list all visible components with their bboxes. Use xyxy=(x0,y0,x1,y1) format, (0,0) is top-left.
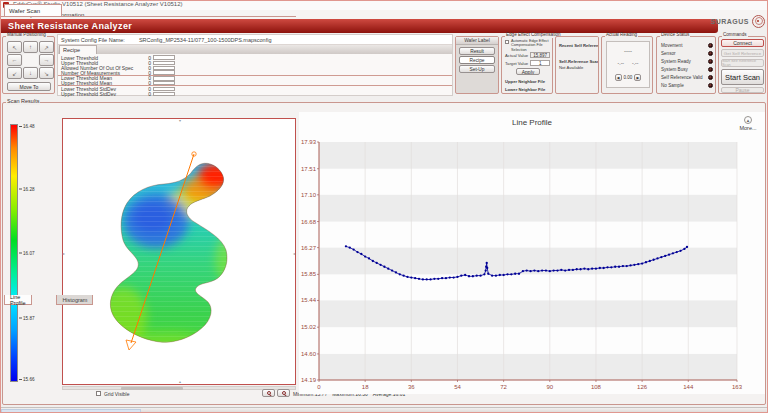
svg-text:15.44: 15.44 xyxy=(301,297,317,303)
jog-arrow-button[interactable]: ↓ xyxy=(23,67,38,79)
recipe-field-input[interactable] xyxy=(153,87,175,91)
target-value-field[interactable] xyxy=(530,60,550,66)
svg-text:144: 144 xyxy=(683,384,694,390)
wafer-label-button-recipe[interactable]: Recipe xyxy=(459,56,495,64)
menu-bar: FileOptionInformation xyxy=(0,10,768,19)
start-self-reference-scan-button: Start Self Reference Scan xyxy=(721,59,764,67)
reading-sub-values: -.-- -.-- xyxy=(607,60,649,66)
spinner-left-icon[interactable]: ◀ xyxy=(615,74,622,81)
reading-value: ---- xyxy=(607,48,649,54)
jog-arrow-button[interactable]: ↙ xyxy=(7,67,22,79)
recipe-field-input[interactable] xyxy=(153,92,175,96)
actual-value-row: Actual Value xyxy=(505,52,550,58)
zoom-out-button[interactable] xyxy=(277,389,290,397)
colorbar-tick-label: 15.87 xyxy=(19,315,35,320)
device-status-row: Sensor xyxy=(661,49,713,57)
start-scan-button[interactable]: Start Scan xyxy=(721,69,764,85)
commands-group: Commands ConnectGet Self ReferenceStart … xyxy=(718,36,766,94)
group-title: Reference Information xyxy=(559,36,599,38)
svg-text:18: 18 xyxy=(362,384,369,390)
apply-button[interactable]: Apply xyxy=(516,68,540,75)
jog-center xyxy=(23,54,38,66)
auto-edge-compensation-checkbox[interactable] xyxy=(505,40,509,44)
config-file-value: SRConfig_MP2534-11/077_100-1500DPS.mapsc… xyxy=(125,37,272,43)
recipe-field-input[interactable] xyxy=(153,70,175,74)
grid-visible-checkbox[interactable] xyxy=(96,391,101,396)
line-profile-panel: Line Profile ▴ More... 17.9317.5117.1016… xyxy=(299,112,765,394)
panel-top-mark: ▾ xyxy=(179,119,181,123)
lower-neighbor-file-label: Lower Neighbor File xyxy=(505,87,545,92)
recipe-field-input[interactable] xyxy=(153,61,175,65)
reading-sub-right: -.-- xyxy=(632,60,638,66)
spinner-right-icon[interactable]: ▶ xyxy=(634,74,641,81)
tab-recipe[interactable]: Recipe xyxy=(59,45,97,54)
wafer-label-group: Wafer Label ResultRecipeSet-Up xyxy=(455,36,499,94)
wafer-label-button-set-up[interactable]: Set-Up xyxy=(459,65,495,73)
colorbar-tick-label: 16.48 xyxy=(19,124,35,129)
brand-logo: SURAGUS xyxy=(710,12,765,30)
recipe-field-value: 0 xyxy=(141,91,151,97)
jog-arrow-button[interactable]: ↘ xyxy=(39,67,54,79)
device-status-row: System Ready xyxy=(661,57,713,65)
panel-right-mark: ◂ xyxy=(293,252,295,256)
self-reference-scan-file-label: Self-Reference Scan File xyxy=(559,59,599,64)
zoom-in-button[interactable] xyxy=(262,389,275,397)
move-to-button[interactable]: Move To xyxy=(7,82,51,91)
jog-arrow-button[interactable]: ← xyxy=(7,54,22,66)
panel-left-mark: ▸ xyxy=(63,252,65,256)
title-bar: EddyCus® Studio V10512 (Sheet Resistance… xyxy=(0,0,768,10)
status-led-icon xyxy=(708,67,713,72)
svg-text:0: 0 xyxy=(317,384,321,390)
tab-line-profile[interactable]: Line Profile xyxy=(4,295,32,305)
grid-visible-label: Grid Visible xyxy=(104,391,129,397)
recipe-tab-bar: Recipe xyxy=(58,45,452,54)
recipe-field-input[interactable] xyxy=(153,55,175,59)
tab-histogram[interactable]: Histogram xyxy=(56,295,93,305)
colorbar-tick-label: 15.66 xyxy=(19,377,35,382)
group-title: Commands xyxy=(722,33,748,38)
status-bar xyxy=(0,407,768,413)
device-status-label: Self Reference Valid xyxy=(661,75,703,80)
colorbar-tick-label: 16.28 xyxy=(19,186,35,191)
svg-text:14.19: 14.19 xyxy=(301,377,317,383)
app-banner: Sheet Resistance Analyzer xyxy=(0,19,718,33)
svg-text:15.85: 15.85 xyxy=(301,271,317,277)
manual-positioning-group: Manual Positioning ↖↑↗←→↙↓↘ Move To xyxy=(2,36,55,94)
tab-wafer-scan[interactable]: Wafer Scan xyxy=(4,4,62,16)
jog-arrow-button[interactable]: ↗ xyxy=(39,41,54,53)
recipe-field-label: Upper Threshold StdDev xyxy=(61,91,141,97)
jog-arrow-button[interactable]: ↖ xyxy=(7,41,22,53)
collapse-icon: ▴ xyxy=(744,116,752,124)
svg-text:72: 72 xyxy=(500,384,507,390)
config-file-label: System Config File Name: xyxy=(58,37,125,43)
device-status-label: Movement xyxy=(661,43,682,48)
device-status-row: Movement xyxy=(661,41,713,49)
banner-title: Sheet Resistance Analyzer xyxy=(0,21,132,31)
svg-text:126: 126 xyxy=(637,384,648,390)
jog-arrow-button[interactable]: → xyxy=(39,54,54,66)
brand-name: SURAGUS xyxy=(710,18,749,25)
magnifier-icon xyxy=(267,391,271,395)
group-title: Actual Reading xyxy=(605,33,638,38)
connect-button[interactable]: Connect xyxy=(721,39,764,47)
tab-strip-divider xyxy=(0,16,296,17)
status-led-icon xyxy=(708,43,713,48)
scrollbar-thumb[interactable] xyxy=(121,387,183,390)
svg-text:16.68: 16.68 xyxy=(301,219,317,225)
svg-text:90: 90 xyxy=(546,384,553,390)
colorbar xyxy=(10,124,18,382)
recipe-field-input[interactable] xyxy=(153,81,175,85)
more-button[interactable]: ▴ More... xyxy=(735,116,761,131)
chart-title: Line Profile xyxy=(299,118,765,127)
spinner-value: 0.00 xyxy=(624,75,633,80)
jog-arrow-button[interactable]: ↑ xyxy=(23,41,38,53)
self-reference-scan-file-status: Not Available xyxy=(559,65,583,70)
wafer-label-button-result[interactable]: Result xyxy=(459,47,495,55)
wafer-map-panel[interactable]: ▾ ▴ ▸ ◂ xyxy=(62,118,296,385)
svg-text:108: 108 xyxy=(591,384,602,390)
wafer-horizontal-scrollbar[interactable] xyxy=(62,386,296,390)
device-status-label: No Sample xyxy=(661,83,684,88)
status-led-icon xyxy=(708,75,713,80)
reference-information-group: Reference Information Recent Self Refere… xyxy=(555,36,599,94)
device-status-row: No Sample xyxy=(661,81,713,89)
